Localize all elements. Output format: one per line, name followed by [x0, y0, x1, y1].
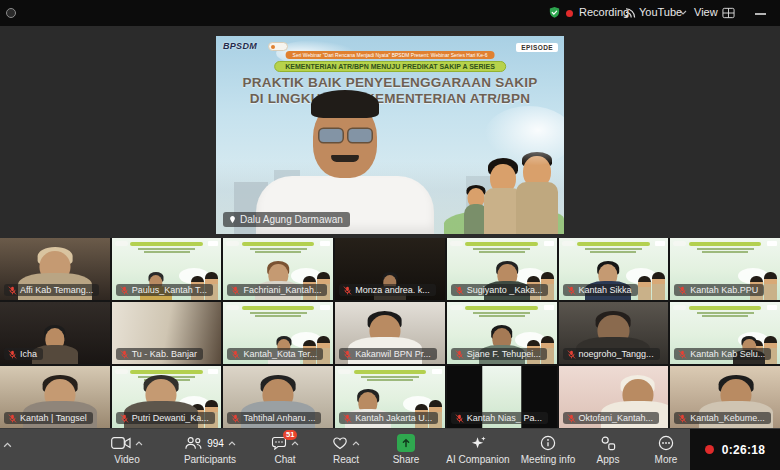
meeting-info-button[interactable]: Meeting info [504, 429, 592, 470]
participant-tile[interactable]: Kantah Kab.PPU [670, 238, 780, 300]
recording-dot-icon [705, 445, 714, 454]
participant-name-label: Kantah Sikka [563, 284, 638, 296]
participant-tile[interactable]: Sjane F. Tehupei... [447, 302, 557, 364]
participant-name-label: Oktofani_Kantah... [563, 412, 660, 424]
participants-button[interactable]: 994 Participants [168, 429, 252, 470]
react-button[interactable]: React [318, 429, 374, 470]
sparkle-icon [470, 435, 487, 451]
meeting-toolbar: Video 994 Participants 51 Chat React Sh [0, 428, 780, 470]
mic-muted-icon [120, 350, 129, 359]
participant-tile[interactable]: Kantah Jakarta U... [335, 366, 445, 428]
mic-muted-icon [678, 414, 687, 423]
participant-name-label: Kantah Kab.PPU [674, 284, 764, 296]
mic-muted-icon [120, 286, 129, 295]
more-icon [658, 435, 674, 451]
participant-tile[interactable]: Kantah Nias_ Pa... [447, 366, 557, 428]
participant-name-label: Fachriani_Kantah... [227, 284, 327, 296]
recording-status: Recording [579, 6, 629, 18]
participant-tile[interactable]: Kantah | Tangsel [0, 366, 110, 428]
participant-tile[interactable]: Fachriani_Kantah... [223, 238, 333, 300]
participant-tile[interactable]: Kantah_Kebume... [670, 366, 780, 428]
bpsdm-logo: BPSDM [223, 41, 257, 51]
participant-tile[interactable]: Tahtihal Anharu ... [223, 366, 333, 428]
slide-illustration-characters [468, 138, 560, 234]
mic-muted-icon [8, 286, 17, 295]
audio-options-caret[interactable] [3, 442, 12, 448]
video-options-caret[interactable] [135, 441, 143, 446]
livestream-icon [624, 7, 636, 19]
video-button[interactable]: Video [95, 429, 159, 470]
chat-options-caret[interactable] [291, 441, 299, 446]
chevron-down-icon[interactable] [679, 10, 687, 15]
participant-name-label: Paulus_Kantah T... [116, 284, 213, 296]
view-button[interactable]: View [694, 6, 718, 18]
participant-name-label: Kantah_Kota Ter... [227, 348, 323, 360]
participant-tile[interactable]: Oktofani_Kantah... [559, 366, 669, 428]
mic-muted-icon [231, 286, 240, 295]
participant-tile[interactable]: noegroho_Tangg... [559, 302, 669, 364]
mic-muted-icon [567, 414, 576, 423]
participants-count: 994 [207, 438, 224, 449]
participant-name-label: Kantah Nias_ Pa... [451, 412, 548, 424]
episode-badge: EPISODE [516, 43, 558, 52]
participant-name-label: Putri Dewanti_Ka... [116, 412, 215, 424]
participant-name-label: Monza andrea. k... [339, 284, 436, 296]
chat-unread-badge: 51 [283, 430, 297, 440]
gallery-view-icon[interactable] [722, 7, 735, 19]
info-icon [540, 435, 556, 451]
minimize-icon[interactable] [755, 13, 766, 15]
mic-muted-icon [8, 414, 17, 423]
mic-muted-icon [455, 350, 464, 359]
participant-tile[interactable]: Paulus_Kantah T... [112, 238, 222, 300]
participant-tile[interactable]: Kantah_Kota Ter... [223, 302, 333, 364]
slide-title: PRAKTIK BAIK PENYELENGGARAAN SAKIP DI LI… [216, 75, 564, 107]
participant-grid: Affi Kab Temang... Paulus_Kantah T... [0, 238, 780, 428]
participant-name-label: Kantah | Tangsel [4, 412, 93, 424]
react-options-caret[interactable] [352, 441, 360, 446]
participant-tile[interactable]: Monza andrea. k... [335, 238, 445, 300]
participant-name-label: Sugiyanto _Kaka... [451, 284, 549, 296]
mic-muted-icon [231, 414, 240, 423]
participant-name-label: noegroho_Tangg... [563, 348, 660, 360]
participant-tile[interactable]: Icha [0, 302, 110, 364]
mic-muted-icon [8, 350, 17, 359]
recording-dot-icon [566, 10, 573, 17]
participant-tile[interactable]: Sugiyanto _Kaka... [447, 238, 557, 300]
participant-tile[interactable]: Kantah Sikka [559, 238, 669, 300]
participant-name-label: Affi Kab Temang... [4, 284, 99, 296]
camera-icon [111, 436, 131, 450]
participant-name-label: Kakanwil BPN Pr... [339, 348, 437, 360]
partner-logo [268, 42, 288, 51]
mic-muted-icon [343, 286, 352, 295]
participants-options-caret[interactable] [228, 441, 236, 446]
app-badge-icon [6, 8, 16, 18]
participant-name-label: Kantah_Kebume... [674, 412, 771, 424]
mic-muted-icon [455, 414, 464, 423]
mic-muted-icon [678, 286, 687, 295]
chat-button[interactable]: 51 Chat [256, 429, 314, 470]
security-shield-icon[interactable] [548, 6, 561, 19]
video-gallery: BPSDM EPISODE Seri Webinar "Dari Rencana… [0, 26, 780, 428]
share-button[interactable]: Share [378, 429, 434, 470]
participant-tile[interactable]: Kantah Kab Selu... [670, 302, 780, 364]
apps-icon [600, 435, 616, 451]
participant-name-label: Kantah Kab Selu... [674, 348, 771, 360]
participant-name-label: Tu - Kab. Banjar [116, 348, 203, 360]
recording-timer: 0:26:18 [690, 429, 780, 470]
share-screen-icon [397, 434, 415, 452]
more-button[interactable]: More [638, 429, 694, 470]
participant-tile[interactable]: Affi Kab Temang... [0, 238, 110, 300]
slide-series-banner: KEMENTERIAN ATR/BPN MENUJU PREDIKAT SAKI… [274, 61, 506, 72]
participant-name-label: Icha [4, 348, 43, 360]
participant-tile[interactable]: Kakanwil BPN Pr... [335, 302, 445, 364]
participant-name-label: Kantah Jakarta U... [339, 412, 438, 424]
participant-name-label: Tahtihal Anharu ... [227, 412, 321, 424]
main-speaker-tile[interactable]: BPSDM EPISODE Seri Webinar "Dari Rencana… [216, 36, 564, 234]
participant-tile[interactable]: Putri Dewanti_Ka... [112, 366, 222, 428]
participant-tile[interactable]: Tu - Kab. Banjar [112, 302, 222, 364]
mic-muted-icon [343, 350, 352, 359]
mic-muted-icon [343, 414, 352, 423]
stream-destination[interactable]: YouTube [639, 6, 682, 18]
apps-button[interactable]: Apps [580, 429, 636, 470]
mic-muted-icon [678, 350, 687, 359]
